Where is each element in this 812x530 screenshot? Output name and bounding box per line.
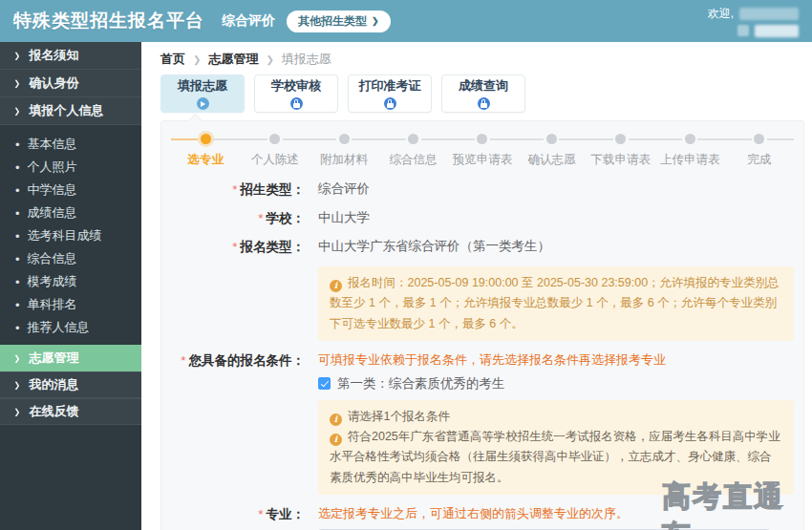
redacted-username	[739, 8, 799, 20]
required-asterisk: *	[232, 240, 237, 254]
required-asterisk: *	[258, 507, 263, 521]
enroll-type-value: 综合评价	[318, 180, 794, 198]
checkbox-checked-icon[interactable]	[318, 377, 331, 390]
chevron-right-icon: ❯	[13, 52, 20, 60]
required-asterisk: *	[181, 353, 185, 368]
step-download-application: 下载申请表	[587, 133, 655, 168]
chevron-right-icon: ❯	[13, 354, 20, 363]
app-title: 特殊类型招生报名平台	[13, 9, 204, 33]
form-row-major: *专业： 选定报考专业之后，可通过右侧的箭头调整专业的次序。 1、 ✓ 专业组2…	[171, 505, 794, 530]
conditions-hint: 可填报专业依赖于报名条件，请先选择报名条件再选择报考专业	[318, 351, 794, 369]
step-additional-materials: 附加材料	[310, 133, 378, 168]
lock-icon	[384, 97, 396, 110]
tab-print-admission-ticket[interactable]: 打印准考证	[348, 74, 432, 113]
sidebar-item-subject-scores[interactable]: • 选考科目成绩	[0, 224, 141, 247]
breadcrumb-volunteer-management[interactable]: 志愿管理	[208, 51, 258, 68]
required-asterisk: *	[258, 211, 263, 225]
major-hint: 选定报考专业之后，可通过右侧的箭头调整专业的次序。	[318, 505, 799, 522]
breadcrumb-fill-volunteer: 填报志愿	[282, 51, 331, 68]
step-dot	[339, 134, 350, 144]
condition-checkbox-row[interactable]: 第一类：综合素质优秀的考生	[318, 375, 794, 392]
conditions-note-alert: i请选择1个报名条件 i符合2025年广东省普通高等学校招生统一考试报名资格，应…	[318, 400, 794, 495]
step-confirm-volunteer: 确认志愿	[517, 133, 586, 168]
chevron-right-icon: ❯	[13, 408, 20, 416]
bullet-icon: •	[15, 230, 20, 243]
tab-fill-volunteer[interactable]: 填报志愿	[160, 74, 245, 113]
redacted-glyph	[737, 25, 749, 36]
bullet-icon: •	[15, 253, 20, 265]
app-header: 特殊类型招生报名平台 综合评价 其他招生类型 ❯ 欢迎,	[0, 0, 812, 42]
step-preview-application: 预览申请表	[448, 133, 517, 168]
form-row-enroll-type: *招生类型： 综合评价	[171, 180, 794, 199]
application-form: *招生类型： 综合评价 *学校： 中山大学 *报名类型： 中山大学广东省综合评价…	[171, 180, 794, 530]
step-upload-application: 上传申请表	[655, 133, 724, 168]
breadcrumb-home[interactable]: 首页	[160, 51, 185, 68]
sidebar-item-basic-info[interactable]: • 基本信息	[0, 133, 141, 156]
enroll-time-alert: i报名时间：2025-05-09 19:00:00 至 2025-05-30 2…	[318, 266, 794, 341]
other-enroll-types-button[interactable]: 其他招生类型 ❯	[287, 11, 391, 32]
step-comprehensive-info: 综合信息	[378, 133, 447, 168]
step-dot	[269, 134, 280, 144]
lock-icon	[478, 97, 490, 110]
lock-icon	[290, 97, 303, 110]
sidebar-item-personal-info[interactable]: ❯ 填报个人信息	[0, 97, 141, 125]
required-asterisk: *	[232, 182, 237, 197]
bullet-icon: •	[15, 276, 20, 288]
info-icon: i	[330, 413, 342, 426]
sidebar-subsection: • 基本信息 • 个人照片 • 中学信息 • 成绩信息 • 选考科目成绩 • 综…	[0, 125, 141, 345]
step-choose-major: 选专业	[171, 133, 240, 168]
redacted-action[interactable]	[755, 25, 799, 37]
form-row-time-alert: i报名时间：2025-05-09 19:00:00 至 2025-05-30 2…	[171, 266, 794, 341]
step-dot	[408, 134, 418, 144]
breadcrumb: 首页 ❯ 志愿管理 ❯ 填报志愿	[160, 42, 804, 68]
play-icon	[197, 97, 209, 110]
chevron-right-icon: ❯	[13, 381, 20, 390]
category-label: 综合评价	[222, 12, 275, 30]
sidebar-item-subject-ranking[interactable]: • 单科排名	[0, 293, 141, 316]
sidebar-item-score-info[interactable]: • 成绩信息	[0, 201, 141, 224]
sidebar-item-my-messages[interactable]: ❯ 我的消息	[0, 371, 141, 398]
sidebar-item-comprehensive-info[interactable]: • 综合信息	[0, 247, 141, 270]
step-dot	[546, 134, 557, 144]
school-value: 中山大学	[318, 209, 794, 226]
sidebar-item-school-info[interactable]: • 中学信息	[0, 179, 141, 201]
bullet-icon: •	[15, 299, 20, 311]
sidebar-item-mock-scores[interactable]: • 模考成绩	[0, 270, 141, 293]
bullet-icon: •	[15, 207, 20, 220]
welcome-label: 欢迎,	[708, 6, 734, 22]
chevron-right-icon: ❯	[372, 16, 379, 26]
chevron-right-icon: ❯	[13, 79, 20, 88]
progress-stepper: 选专业 个人陈述 附加材料 综合信息 预览申请表 确认志愿	[171, 133, 794, 168]
bullet-icon: •	[15, 322, 20, 334]
sidebar-item-recommender-info[interactable]: • 推荐人信息	[0, 316, 141, 339]
sidebar-item-enroll-notice[interactable]: ❯ 报名须知	[0, 42, 141, 70]
sidebar-item-confirm-identity[interactable]: ❯ 确认身份	[0, 70, 141, 97]
tab-bar: 填报志愿 学校审核 打印准考证 成绩查询	[160, 74, 804, 113]
form-row-registration-type: *报名类型： 中山大学广东省综合评价（第一类考生）	[171, 238, 794, 256]
step-personal-statement: 个人陈述	[240, 133, 309, 168]
user-area: 欢迎,	[708, 6, 799, 37]
registration-type-value: 中山大学广东省综合评价（第一类考生）	[318, 238, 794, 255]
sidebar-item-volunteer-management[interactable]: ❯ 志愿管理	[0, 345, 141, 371]
condition-checkbox-label: 第一类：综合素质优秀的考生	[337, 375, 505, 392]
chevron-right-icon: ❯	[266, 54, 273, 65]
sidebar-item-online-feedback[interactable]: ❯ 在线反馈	[0, 398, 141, 425]
info-icon: i	[330, 280, 342, 292]
tab-score-query[interactable]: 成绩查询	[441, 74, 525, 113]
sidebar-nav: ❯ 报名须知 ❯ 确认身份 ❯ 填报个人信息 • 基本信息 • 个人照片 • 中…	[0, 42, 141, 530]
step-dot	[685, 134, 695, 144]
sidebar-item-photo[interactable]: • 个人照片	[0, 156, 141, 179]
bullet-icon: •	[15, 161, 20, 174]
step-dot	[615, 134, 626, 144]
info-icon: i	[330, 434, 342, 446]
step-dot	[201, 134, 211, 144]
step-dot	[477, 134, 487, 144]
chevron-right-icon: ❯	[13, 107, 20, 116]
bullet-icon: •	[15, 138, 20, 151]
form-row-school: *学校： 中山大学	[171, 209, 794, 227]
form-row-conditions: *您具备的报名条件： 可填报专业依赖于报名条件，请先选择报名条件再选择报考专业 …	[171, 351, 794, 495]
content-panel: 选专业 个人陈述 附加材料 综合信息 预览申请表 确认志愿	[160, 120, 804, 530]
step-finish: 完成	[725, 133, 794, 168]
tab-school-review[interactable]: 学校审核	[254, 74, 338, 113]
chevron-right-icon: ❯	[193, 54, 201, 65]
